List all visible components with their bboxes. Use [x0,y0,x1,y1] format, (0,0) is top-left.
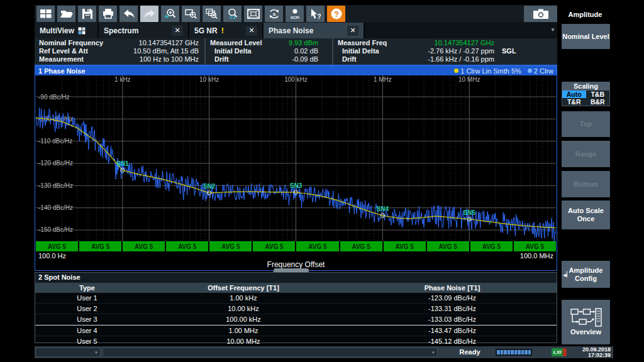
phase-noise-window: 1 Phase Noise 1 Clrw Lin Smth 5% 2 Clrw … [35,65,557,271]
screenshot-button[interactable] [524,6,558,22]
header-info-row: Initial Delta-2.76 kHz / -0.27 ppmSGL [333,47,557,55]
svg-text:SN5: SN5 [463,209,475,216]
spot-noise-cell: User 3 [35,314,139,324]
svg-text:1 kHz: 1 kHz [114,76,131,83]
scaling-option-b-r[interactable]: B&R [586,98,610,106]
progress-segment [525,350,528,354]
undo-icon [122,8,136,19]
x-axis-start-value: 100.0 Hz [38,252,66,260]
range-button[interactable]: Range [562,141,610,167]
amplitude-config-button[interactable]: ◀ Amplitude Config [562,261,610,288]
trace2-legend-label: 2 Clrw [534,67,553,75]
spot-noise-cell: 10.00 kHz [139,304,348,314]
spot-noise-table-body: User 11.00 kHz-123.09 dBc/HzUser 210.00 … [35,293,557,347]
progress-segment [504,350,507,354]
single-sweep-tag [494,55,557,63]
dropdown-arrow-icon: ▼ [431,351,435,354]
display-frame-icon [247,8,260,19]
scaling-option-t-r[interactable]: T&R [562,98,586,106]
info-label: Measured Level [210,39,262,47]
spot-noise-cell: -133.03 dBc/Hz [348,314,557,324]
avg-count-segment: AVG 5 [384,241,426,251]
tab-spectrum-close-icon[interactable]: ✕ [172,26,183,36]
spot-noise-cell: User 2 [35,304,139,314]
svg-text:100 kHz: 100 kHz [284,76,308,83]
tab-phase-noise-label: Phase Noise [269,26,313,35]
spot-noise-cell: -133.31 dBc/Hz [348,304,557,314]
tab-multiview-label: MultiView [40,26,74,35]
legend-trace1: 1 Clrw Lin Smth 5% [454,67,521,75]
overview-button[interactable]: Overview [562,300,610,344]
open-file-icon [60,8,74,19]
scpi-label: SCPI [290,16,299,19]
top-label: Top [580,120,592,128]
redo-button[interactable] [140,6,158,22]
one-to-one-icon: 1:1 [226,8,240,19]
spot-noise-row: User 11.00 kHz-123.09 dBc/Hz [35,293,557,304]
sweep-refresh-button[interactable]: s [265,6,283,22]
nominal-level-button[interactable]: Nominal Level [562,24,610,49]
overview-flowchart-icon [570,308,602,327]
status-dropdown-message[interactable]: ▼ [103,348,438,357]
column-header-offset-frequency: Offset Frequency [T1] [139,283,348,293]
print-button[interactable] [99,6,117,22]
x-axis-title: Frequency Offset [36,260,556,269]
info-label: Initial Delta [210,47,252,55]
status-dropdown-left[interactable]: ▼ [35,348,101,357]
amplitude-config-label: Amplitude Config [562,266,610,283]
progress-segment [511,350,514,354]
top-button[interactable]: Top [562,111,610,137]
tab-phase-noise[interactable]: Phase Noise ✕ [264,23,365,38]
avg-count-segment: AVG 5 [79,241,121,251]
tab-multiview[interactable]: MultiView [35,23,99,38]
tab-5g-nr[interactable]: 5G NR ! ✕ [189,23,264,38]
status-time: 17:02:39 [582,353,611,358]
svg-text:-130 dBc/Hz: -130 dBc/Hz [38,182,73,189]
zoom-display-button[interactable] [161,6,179,22]
scaling-option-auto[interactable]: Auto [562,90,586,98]
open-file-button[interactable] [57,6,75,22]
context-help-icon: ? [309,8,323,19]
scpi-recorder-button[interactable]: SCPI [286,6,304,22]
bottom-button[interactable]: Bottom [562,171,610,197]
avg-count-segment: AVG 5 [427,241,469,251]
info-value: -0.09 dB [229,55,332,63]
header-info-row: Ref Level & Att10.50 dBm, Att 15 dB [35,47,204,55]
spot-noise-cell: 1.00 kHz [139,293,348,303]
windows-logo-icon [39,8,53,19]
tab-5g-nr-close-icon[interactable]: ✕ [246,26,257,36]
tab-5g-nr-label: 5G NR [194,26,218,35]
zoom-area-button[interactable] [182,6,200,22]
instrument-screen: 1:1 s SCPI [35,5,613,358]
save-button[interactable] [78,6,96,22]
header-info-row: Measured Freq10.147354127 GHz [333,39,557,47]
zoom-one-to-one-button[interactable]: 1:1 [223,6,242,22]
avg-count-segment: AVG 5 [514,241,556,251]
context-help-button[interactable]: ? [306,6,325,22]
zoom-multiple-button[interactable] [203,6,221,22]
undo-button[interactable] [119,6,138,22]
scaling-option-t-b[interactable]: T&B [586,90,610,98]
svg-text:-120 dBc/Hz: -120 dBc/Hz [38,160,73,167]
avg-count-segment: AVG 5 [253,241,295,251]
tab-spectrum[interactable]: Spectrum ✕ [99,23,189,38]
tab-phase-noise-close-icon[interactable]: ✕ [347,26,358,36]
svg-text:SN1: SN1 [116,160,129,167]
info-value: 100 Hz to 100 MHz [84,55,204,63]
display-frame-button[interactable] [244,6,262,22]
windows-button[interactable] [36,6,55,22]
header-info-row: Drift-1.66 kHz / -0.16 ppm [333,55,557,63]
help-button[interactable]: ? [327,6,345,22]
info-value: 0.02 dB [252,47,332,55]
redo-icon [143,8,157,19]
sidebar-menu-title: Amplitude [557,8,613,21]
info-value: -2.76 kHz / -0.27 ppm [379,47,494,55]
date-time: 20.09.2018 17:02:39 [582,347,611,358]
info-value: 9.93 dBm [262,39,332,47]
auto-scale-once-button[interactable]: Auto Scale Once [562,200,610,229]
phase-noise-chart[interactable]: 1 kHz10 kHz100 kHz1 MHz10 MHz-90 dBc/Hz-… [36,75,556,241]
context-help-label: ? [317,13,321,19]
svg-text:SN4: SN4 [377,206,389,212]
tab-overflow-icon[interactable]: ▼ [550,27,555,33]
svg-text:10 MHz: 10 MHz [458,76,480,83]
